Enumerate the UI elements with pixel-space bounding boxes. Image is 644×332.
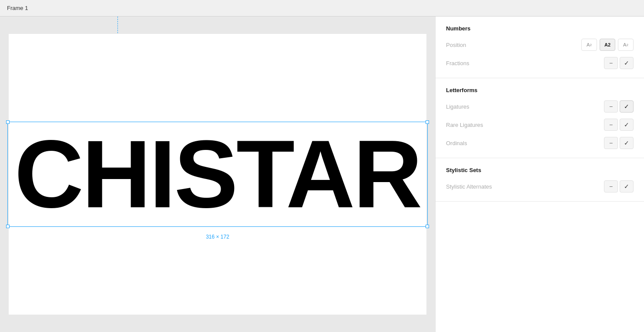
dimension-label: 316 × 172 — [206, 234, 229, 240]
handle-bottom-right[interactable] — [426, 225, 429, 228]
main-layout: CHISTAR 316 × 172 Numbers Position A2 A2… — [0, 17, 644, 332]
section-numbers-title: Numbers — [446, 25, 634, 32]
row-rare-ligatures: Rare Ligatures − ✓ — [446, 119, 634, 131]
stylistic-alternates-minus-btn[interactable]: − — [604, 180, 618, 193]
stylistic-alternates-label: Stylistic Alternates — [446, 183, 492, 190]
rare-ligatures-toggle: − ✓ — [604, 119, 634, 131]
title-bar: Frame 1 — [0, 0, 644, 17]
ligatures-check-btn[interactable]: ✓ — [620, 100, 634, 113]
frame-title: Frame 1 — [7, 5, 28, 11]
section-stylistic-sets-title: Stylistic Sets — [446, 167, 634, 173]
ordinals-minus-btn[interactable]: − — [604, 137, 618, 149]
section-numbers: Numbers Position A2 A2 A2 Fractions — [436, 17, 644, 78]
row-position: Position A2 A2 A2 — [446, 39, 634, 51]
section-stylistic-sets: Stylistic Sets Stylistic Alternates − ✓ — [436, 158, 644, 202]
handle-bottom-left[interactable] — [6, 225, 10, 228]
canvas-area: CHISTAR 316 × 172 — [0, 17, 435, 332]
row-ordinals: Ordinals − ✓ — [446, 137, 634, 149]
selection-container[interactable]: CHISTAR 316 × 172 — [7, 122, 427, 227]
ordinals-label: Ordinals — [446, 140, 467, 146]
fractions-label: Fractions — [446, 60, 469, 66]
canvas-frame: CHISTAR 316 × 172 — [9, 34, 426, 315]
stylistic-alternates-toggle: − ✓ — [604, 180, 634, 193]
right-panel: Numbers Position A2 A2 A2 Fractions — [435, 17, 644, 332]
selection-box: CHISTAR — [7, 122, 427, 227]
rare-ligatures-check-btn[interactable]: ✓ — [620, 119, 634, 131]
ordinals-toggle: − ✓ — [604, 137, 634, 149]
fractions-check-btn[interactable]: ✓ — [620, 57, 634, 69]
position-subscript-btn[interactable]: A2 — [581, 39, 597, 51]
fractions-minus-btn[interactable]: − — [604, 57, 618, 69]
row-stylistic-alternates: Stylistic Alternates − ✓ — [446, 180, 634, 193]
fractions-toggle: − ✓ — [604, 57, 634, 69]
canvas-text[interactable]: CHISTAR — [8, 122, 427, 226]
stylistic-alternates-check-btn[interactable]: ✓ — [620, 180, 634, 193]
position-controls: A2 A2 A2 — [581, 39, 634, 51]
ligatures-minus-btn[interactable]: − — [604, 100, 618, 113]
rare-ligatures-minus-btn[interactable]: − — [604, 119, 618, 131]
position-superscript-btn[interactable]: A2 — [618, 39, 634, 51]
section-letterforms-title: Letterforms — [446, 87, 634, 93]
section-letterforms: Letterforms Ligatures − ✓ Rare Ligatures… — [436, 78, 644, 158]
handle-top-left[interactable] — [6, 120, 10, 124]
row-fractions: Fractions − ✓ — [446, 57, 634, 69]
row-ligatures: Ligatures − ✓ — [446, 100, 634, 113]
handle-top-right[interactable] — [426, 120, 429, 124]
position-normal-btn[interactable]: A2 — [600, 39, 615, 51]
ligatures-label: Ligatures — [446, 103, 469, 110]
rare-ligatures-label: Rare Ligatures — [446, 122, 483, 128]
ligatures-toggle: − ✓ — [604, 100, 634, 113]
position-label: Position — [446, 42, 466, 48]
ordinals-check-btn[interactable]: ✓ — [620, 137, 634, 149]
